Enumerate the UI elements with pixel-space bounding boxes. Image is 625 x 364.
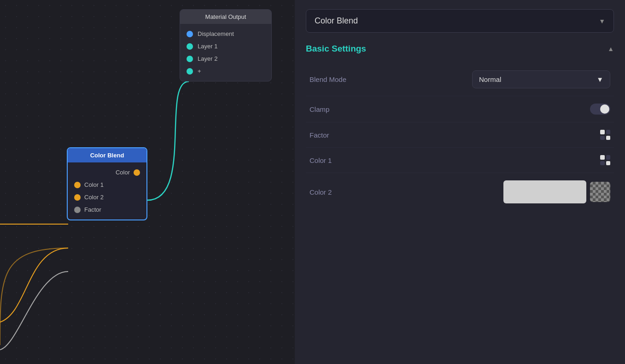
- socket-row-add: +: [180, 65, 271, 77]
- color2-label: Color 2: [310, 188, 332, 196]
- material-output-node[interactable]: Material Output Displacement Layer 1 Lay…: [180, 9, 272, 81]
- input-label-color1: Color 1: [84, 181, 104, 188]
- input-socket-color2[interactable]: [74, 194, 81, 201]
- blend-mode-value: Normal: [479, 75, 501, 83]
- socket-displacement[interactable]: [187, 31, 193, 37]
- node-editor: Material Output Displacement Layer 1 Lay…: [0, 0, 295, 364]
- clamp-row: Clamp: [306, 96, 614, 122]
- factor-row: Factor: [306, 122, 614, 148]
- basic-settings-header: Basic Settings ▲: [306, 44, 614, 54]
- socket-layer1[interactable]: [187, 43, 193, 50]
- output-socket-color[interactable]: [134, 169, 140, 176]
- color1-row: Color 1: [306, 148, 614, 173]
- input-socket-color1[interactable]: [74, 182, 81, 188]
- color1-socket-icon[interactable]: [600, 155, 610, 165]
- clamp-toggle-knob: [600, 104, 609, 114]
- color2-row: Color 2: [306, 173, 614, 211]
- blend-mode-chevron-icon: ▼: [596, 75, 603, 83]
- sq2: [606, 130, 611, 134]
- node-type-chevron-icon: ▼: [599, 17, 605, 25]
- factor-control: [600, 130, 610, 140]
- factor-socket-icon[interactable]: [600, 130, 610, 140]
- blend-mode-dropdown[interactable]: Normal ▼: [472, 70, 610, 88]
- sq3: [600, 161, 605, 166]
- socket-row-layer2: Layer 2: [180, 52, 271, 65]
- node-type-value: Color Blend: [315, 16, 358, 26]
- input-socket-factor[interactable]: [74, 207, 81, 213]
- sq1: [600, 155, 605, 160]
- input-row-factor: Factor: [68, 203, 146, 216]
- output-row-color: Color: [68, 166, 146, 179]
- color1-control: [600, 155, 610, 165]
- blend-mode-label: Blend Mode: [310, 75, 346, 83]
- clamp-toggle[interactable]: [590, 104, 610, 115]
- socket-add[interactable]: [187, 68, 193, 75]
- input-row-color1: Color 1: [68, 179, 146, 191]
- socket-label-layer2: Layer 2: [198, 55, 217, 62]
- socket-row-displacement: Displacement: [180, 28, 271, 40]
- socket-row-layer1: Layer 1: [180, 40, 271, 52]
- color2-swatch[interactable]: [503, 180, 586, 203]
- socket-label-add: +: [198, 68, 201, 75]
- color1-label: Color 1: [310, 156, 332, 164]
- sq3: [600, 136, 605, 140]
- sq4: [606, 161, 611, 166]
- clamp-label: Clamp: [310, 105, 329, 113]
- clamp-control: [590, 104, 610, 115]
- socket-label-layer1: Layer 1: [198, 43, 217, 50]
- input-label-color2: Color 2: [84, 194, 104, 201]
- output-label-color: Color: [116, 169, 130, 176]
- color2-control: [503, 180, 610, 203]
- basic-settings-title: Basic Settings: [306, 44, 366, 54]
- basic-settings-section: Basic Settings ▲ Blend Mode Normal ▼ Cla…: [306, 44, 614, 211]
- color-blend-node[interactable]: Color Blend Color Color 1 Color 2 Factor: [67, 147, 147, 220]
- sq1: [600, 130, 605, 134]
- factor-label: Factor: [310, 131, 329, 139]
- section-collapse-icon[interactable]: ▲: [607, 45, 614, 52]
- sq2: [606, 155, 611, 160]
- color2-checker-icon[interactable]: [590, 182, 610, 202]
- properties-panel: Color Blend ▼ Basic Settings ▲ Blend Mod…: [295, 0, 625, 364]
- color-blend-header: Color Blend: [68, 148, 146, 162]
- node-type-dropdown[interactable]: Color Blend ▼: [306, 9, 614, 33]
- sq4: [606, 136, 611, 140]
- input-row-color2: Color 2: [68, 191, 146, 203]
- blend-mode-row: Blend Mode Normal ▼: [306, 63, 614, 96]
- material-output-header: Material Output: [180, 10, 271, 24]
- blend-mode-control: Normal ▼: [472, 70, 610, 88]
- input-label-factor: Factor: [84, 206, 101, 213]
- color-blend-body: Color Color 1 Color 2 Factor: [68, 162, 146, 220]
- socket-label-displacement: Displacement: [198, 30, 234, 37]
- socket-layer2[interactable]: [187, 56, 193, 62]
- material-output-body: Displacement Layer 1 Layer 2 +: [180, 24, 271, 81]
